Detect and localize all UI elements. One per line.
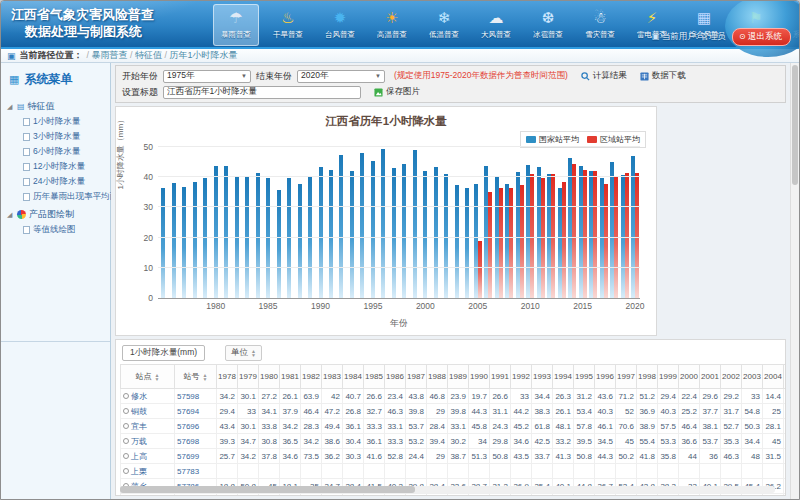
value-cell: 42.8	[784, 464, 787, 479]
value-cell: 26.6	[364, 389, 385, 404]
sidebar-item-24小时降水量[interactable]: 24小时降水量	[7, 174, 108, 189]
value-cell: 42.7	[784, 389, 787, 404]
logout-button[interactable]: 退出系统	[732, 28, 791, 46]
sidebar-item-3小时降水量[interactable]: 3小时降水量	[7, 129, 108, 144]
sidebar-item-label: 12小时降水量	[33, 161, 85, 173]
sidebar-item-1小时降水量[interactable]: 1小时降水量	[7, 114, 108, 129]
station-radio[interactable]	[123, 408, 129, 414]
value-cell: 36	[700, 449, 721, 464]
gridline	[158, 237, 640, 238]
legend-item[interactable]: 国家站平均	[526, 134, 579, 145]
nav-item-hail[interactable]: ❆冰雹普查	[525, 4, 571, 46]
horizontal-scrollbar-thumb[interactable]	[120, 486, 415, 493]
legend-label: 区域站平均	[600, 134, 640, 145]
bar-group-2010: 2010	[525, 147, 535, 298]
value-cell: 33	[511, 389, 532, 404]
bar-group-2011	[535, 147, 545, 298]
national-bar-1977	[182, 187, 186, 298]
legend-item[interactable]: 区域站平均	[587, 134, 640, 145]
expander-icon[interactable]: ◢	[7, 211, 14, 219]
station-radio[interactable]	[123, 393, 129, 399]
value-cell	[721, 464, 742, 479]
column-header-sortable[interactable]: 站号▲▼	[175, 365, 217, 389]
station-radio[interactable]	[123, 468, 129, 474]
value-cell: 50.8	[574, 449, 595, 464]
sidebar-item-等值线绘图[interactable]: 等值线绘图	[7, 222, 108, 237]
column-header: 1983	[322, 365, 343, 389]
bar-group-2001	[431, 147, 441, 298]
grid-icon: ▤	[17, 102, 25, 111]
app-title-line1: 江西省气象灾害风险普查	[11, 6, 154, 23]
column-header: 1989	[448, 365, 469, 389]
value-cell: 54.8	[742, 404, 763, 419]
value-cell: 24.4	[406, 449, 427, 464]
nav-item-drought[interactable]: ♨干旱普查	[265, 4, 311, 46]
nav-item-snow[interactable]: ☃雪灾普查	[577, 4, 623, 46]
breadcrumb-item[interactable]: 暴雨普查	[92, 50, 128, 60]
station-id-cell: 57694	[175, 404, 217, 419]
snow-icon: ☃	[587, 6, 613, 30]
breadcrumb-item[interactable]: 特征值	[135, 50, 162, 60]
document-icon	[23, 118, 30, 126]
sidebar-item-12小时降水量[interactable]: 12小时降水量	[7, 159, 108, 174]
save-image-button[interactable]: 保存图片	[374, 86, 420, 98]
value-cell: 51.2	[637, 389, 658, 404]
range-note: (规定使用1975-2020年数据作为普查时间范围)	[394, 70, 568, 82]
value-cell: 37.7	[700, 404, 721, 419]
data-download-button[interactable]: 数据下载	[640, 70, 686, 82]
save-image-icon	[374, 88, 383, 97]
value-cell: 45.2	[511, 419, 532, 434]
sidebar-group-1[interactable]: ◢产品图绘制	[7, 207, 108, 222]
nav-item-rainstorm[interactable]: ☂暴雨普查	[213, 4, 259, 46]
nav-item-label: 冰雹普查	[533, 30, 563, 40]
end-year-select[interactable]: 2020年▼	[297, 70, 385, 83]
start-year-select[interactable]: 1975年▼	[163, 70, 251, 83]
column-header-sortable[interactable]: 站点▲▼	[121, 365, 175, 389]
expander-icon[interactable]: ◢	[7, 103, 14, 111]
value-cell: 40.1	[574, 494, 595, 497]
sidebar-item-6小时降水量[interactable]: 6小时降水量	[7, 144, 108, 159]
column-header: 2001	[700, 365, 721, 389]
regional-bar-2005	[478, 241, 482, 298]
sidebar-group-label: 特征值	[28, 100, 55, 113]
bar-group-1982	[231, 147, 241, 298]
breadcrumb-icon: ▣	[7, 51, 16, 61]
station-radio[interactable]	[123, 453, 129, 459]
download-icon	[640, 72, 649, 81]
sidebar-group-0[interactable]: ◢▤特征值	[7, 99, 108, 114]
nav-item-heat[interactable]: ☀高温普查	[369, 4, 415, 46]
bar-group-1991	[326, 147, 336, 298]
calc-result-button[interactable]: 计算结果	[581, 70, 627, 82]
bar-group-2012	[546, 147, 556, 298]
station-radio[interactable]	[123, 438, 129, 444]
nav-item-typhoon[interactable]: ✹台风普查	[317, 4, 363, 46]
value-cell: 34	[469, 434, 490, 449]
value-cell: 25.2	[679, 404, 700, 419]
end-year-value: 2020年	[301, 70, 328, 82]
sidebar: ▦ 系统菜单 ◢▤特征值1小时降水量3小时降水量6小时降水量12小时降水量24小…	[1, 63, 111, 499]
station-radio[interactable]	[123, 423, 129, 429]
unit-sort-control[interactable]: 单位 ▲▼	[225, 345, 262, 361]
regional-bar-2014	[572, 164, 576, 298]
nav-item-cold[interactable]: ❄低温普查	[421, 4, 467, 46]
value-cell: 34.6	[511, 434, 532, 449]
sidebar-item-历年暴雨出现率平均雨量[interactable]: 历年暴雨出现率平均雨量	[7, 189, 108, 204]
set-title-label: 设置标题	[122, 86, 158, 99]
value-cell: 34.4	[532, 389, 553, 404]
bar-group-1990: 1990	[315, 147, 325, 298]
column-header: 1982	[301, 365, 322, 389]
regional-bar-2006	[488, 192, 492, 298]
breadcrumb-item[interactable]: 历年1小时降水量	[170, 50, 238, 60]
value-cell: 61.8	[532, 419, 553, 434]
bar-group-2014	[567, 147, 577, 298]
column-header: 1981	[280, 365, 301, 389]
value-cell: 34.8	[742, 494, 763, 497]
chart-title-input[interactable]	[163, 86, 361, 99]
nav-item-gale[interactable]: ☁大风普查	[473, 4, 519, 46]
breadcrumb-prefix: 当前路径位置：	[20, 49, 83, 62]
value-cell: 36.5	[280, 434, 301, 449]
station-name: 铜鼓	[131, 407, 147, 416]
document-icon	[23, 226, 30, 234]
column-header: 1995	[574, 365, 595, 389]
vertical-scrollbar-thumb[interactable]	[792, 65, 798, 185]
